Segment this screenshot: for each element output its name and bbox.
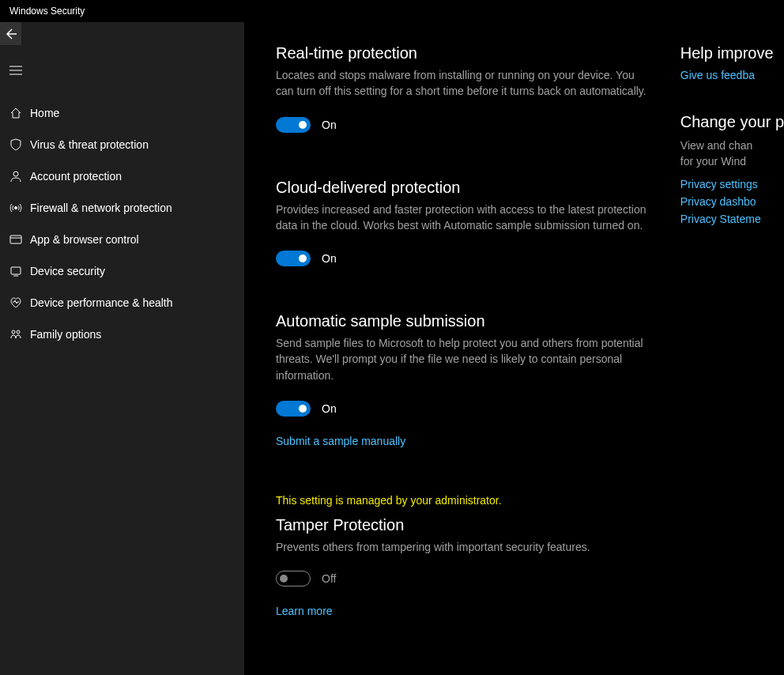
- section-sample-submission: Automatic sample submission Send sample …: [276, 312, 652, 448]
- sidebar-item-label: Home: [30, 107, 59, 119]
- section-description: Prevents others from tampering with impo…: [276, 539, 652, 555]
- section-title: Automatic sample submission: [276, 312, 652, 330]
- section-description: Provides increased and faster protection…: [276, 202, 652, 234]
- svg-rect-5: [10, 236, 21, 243]
- sidebar-item-label: Account protection: [30, 170, 122, 183]
- heart-icon: [9, 296, 22, 309]
- cloud-toggle[interactable]: [276, 251, 311, 266]
- sidebar-item-firewall[interactable]: Firewall & network protection: [0, 192, 244, 224]
- realtime-toggle[interactable]: [276, 117, 311, 133]
- svg-point-3: [13, 172, 18, 176]
- right-description: View and chan for your Wind: [680, 138, 784, 170]
- hamburger-icon: [9, 66, 22, 75]
- sidebar-item-label: Virus & threat protection: [30, 138, 149, 151]
- section-realtime-protection: Real-time protection Locates and stops m…: [276, 44, 652, 133]
- antenna-icon: [9, 202, 22, 214]
- toggle-label: On: [322, 402, 337, 415]
- sample-toggle[interactable]: [276, 401, 311, 417]
- sidebar-item-home[interactable]: Home: [0, 97, 244, 129]
- app-title: Windows Security: [9, 6, 85, 17]
- privacy-dashboard-link[interactable]: Privacy dashbo: [680, 195, 784, 208]
- section-title: Tamper Protection: [276, 516, 652, 534]
- right-panel: Help improve Give us feedba Change your …: [666, 44, 784, 675]
- sidebar-item-account[interactable]: Account protection: [0, 160, 244, 192]
- privacy-section: Change your p View and chan for your Win…: [680, 113, 784, 225]
- privacy-settings-link[interactable]: Privacy settings: [680, 178, 784, 190]
- toggle-label: On: [322, 252, 337, 265]
- sidebar-item-label: App & browser control: [30, 233, 139, 246]
- home-icon: [9, 107, 22, 119]
- browser-icon: [9, 233, 22, 246]
- admin-notice: This setting is managed by your administ…: [276, 494, 652, 507]
- section-description: Locates and stops malware from installin…: [276, 67, 652, 100]
- sidebar-item-label: Device security: [30, 265, 105, 277]
- learn-more-link[interactable]: Learn more: [276, 605, 333, 617]
- sidebar-item-performance[interactable]: Device performance & health: [0, 287, 244, 319]
- main-content: Real-time protection Locates and stops m…: [244, 22, 784, 675]
- family-icon: [9, 328, 22, 341]
- person-icon: [9, 170, 22, 183]
- device-icon: [9, 265, 22, 277]
- help-improve-section: Help improve Give us feedba: [680, 44, 784, 81]
- sidebar-item-label: Family options: [30, 328, 101, 341]
- back-button[interactable]: [0, 22, 21, 45]
- title-bar: Windows Security: [0, 0, 784, 22]
- toggle-label: On: [322, 119, 337, 131]
- section-title: Cloud-delivered protection: [276, 179, 652, 197]
- toggle-label: Off: [322, 572, 336, 585]
- feedback-link[interactable]: Give us feedba: [680, 69, 784, 81]
- right-title: Help improve: [680, 44, 784, 62]
- sidebar-item-app-browser[interactable]: App & browser control: [0, 224, 244, 255]
- tamper-toggle: [276, 571, 311, 586]
- section-cloud-protection: Cloud-delivered protection Provides incr…: [276, 179, 652, 267]
- hamburger-button[interactable]: [0, 53, 32, 88]
- sidebar-item-device-security[interactable]: Device security: [0, 255, 244, 287]
- right-title: Change your p: [680, 113, 784, 131]
- section-tamper-protection: This setting is managed by your administ…: [276, 494, 652, 618]
- sidebar-item-family[interactable]: Family options: [0, 319, 244, 350]
- section-description: Send sample files to Microsoft to help p…: [276, 335, 652, 383]
- privacy-statement-link[interactable]: Privacy Stateme: [680, 213, 784, 225]
- sidebar-item-label: Device performance & health: [30, 296, 173, 309]
- sidebar-item-label: Firewall & network protection: [30, 202, 172, 214]
- shield-icon: [9, 138, 22, 151]
- sidebar-item-virus-threat[interactable]: Virus & threat protection: [0, 129, 244, 160]
- svg-point-9: [12, 330, 15, 334]
- svg-rect-7: [11, 267, 21, 274]
- svg-point-4: [15, 207, 17, 209]
- submit-sample-link[interactable]: Submit a sample manually: [276, 435, 405, 447]
- back-arrow-icon: [5, 28, 17, 40]
- sidebar: Home Virus & threat protection Account p…: [0, 22, 244, 675]
- svg-point-10: [17, 330, 20, 334]
- section-title: Real-time protection: [276, 44, 652, 62]
